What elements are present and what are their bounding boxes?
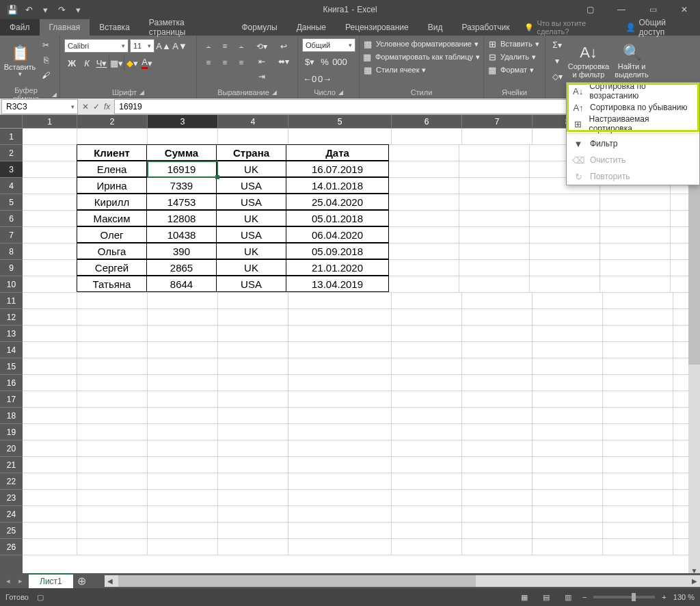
cell-r12c5[interactable] [288, 309, 392, 325]
cell-r26c2[interactable] [77, 539, 148, 555]
cell-r7c5[interactable]: 06.04.2020 [286, 226, 389, 243]
cell-r1c6[interactable] [392, 129, 462, 144]
save-button[interactable]: 💾 [4, 1, 21, 18]
cell-r10c1[interactable] [23, 276, 77, 292]
qat-dropdown[interactable]: ▾ [37, 1, 53, 18]
cell-r22c7[interactable] [462, 473, 533, 489]
cell-r7c1[interactable] [23, 227, 77, 243]
cell-r13c1[interactable] [23, 326, 77, 341]
cell-r18c3[interactable] [148, 408, 218, 423]
cell-r21c1[interactable] [23, 457, 77, 473]
cell-r13c7[interactable] [462, 326, 533, 341]
fx-icon[interactable]: fx [104, 102, 110, 111]
cell-r5c5[interactable]: 25.04.2020 [286, 194, 389, 210]
underline-button[interactable]: Ч▾ [94, 55, 109, 70]
cell-r20c6[interactable] [392, 440, 462, 456]
cell-r22c4[interactable] [218, 473, 288, 489]
cell-r23c9[interactable] [603, 490, 673, 505]
cell-r8c3[interactable]: 390 [146, 243, 217, 259]
sort-filter-button[interactable]: A↓ Сортировка и фильтр [566, 37, 611, 86]
cell-r23c1[interactable] [23, 490, 77, 505]
cell-r24c9[interactable] [603, 506, 673, 522]
conditional-formatting-button[interactable]: ▦Условное форматирование▾ [362, 38, 480, 49]
cell-r8c2[interactable]: Ольга [77, 243, 147, 259]
cell-r14c4[interactable] [218, 342, 288, 358]
cancel-formula-icon[interactable]: ✕ [82, 102, 89, 111]
format-cells-button[interactable]: ▦Формат▾ [487, 64, 541, 75]
cell-r17c1[interactable] [23, 391, 77, 407]
cell-r18c6[interactable] [392, 408, 462, 423]
cell-r10c7[interactable] [459, 276, 530, 292]
border-button[interactable]: ▦▾ [109, 55, 124, 70]
page-layout-view-button[interactable]: ▤ [539, 591, 554, 603]
cell-r7c3[interactable]: 10438 [146, 226, 217, 243]
cell-r7c2[interactable]: Олег [77, 226, 147, 243]
cell-r14c8[interactable] [533, 342, 603, 358]
scroll-left-button[interactable]: ◀ [105, 575, 116, 587]
row-header-5[interactable]: 5 [0, 194, 23, 211]
tab-home[interactable]: Главная [40, 19, 90, 36]
cell-r6c5[interactable]: 05.01.2018 [286, 210, 389, 226]
cell-r1c4[interactable] [218, 129, 288, 144]
row-header-8[interactable]: 8 [0, 243, 23, 260]
cell-r23c5[interactable] [288, 490, 392, 505]
cell-styles-button[interactable]: ▦Стили ячеек▾ [362, 64, 480, 75]
italic-button[interactable]: К [79, 55, 94, 70]
qat-customize[interactable]: ▾ [70, 1, 86, 18]
cell-r10c9[interactable] [600, 276, 671, 292]
cells-area[interactable]: КлиентСуммаСтранаДатаЕлена16919UK16.07.2… [23, 129, 688, 577]
select-all-corner[interactable] [0, 115, 23, 129]
row-header-26[interactable]: 26 [0, 539, 23, 555]
cell-r12c6[interactable] [392, 309, 462, 325]
cell-r22c5[interactable] [288, 473, 392, 489]
fill-button[interactable]: ▾ [550, 54, 565, 68]
cell-r15c8[interactable] [533, 358, 603, 374]
cell-r19c9[interactable] [603, 424, 673, 440]
cell-r22c1[interactable] [23, 473, 77, 489]
comma-button[interactable]: 000 [332, 54, 347, 69]
cell-r25c2[interactable] [77, 523, 148, 538]
cell-r8c6[interactable] [389, 243, 459, 259]
cell-r6c7[interactable] [459, 211, 530, 226]
cell-r20c7[interactable] [462, 440, 533, 456]
cell-r16c8[interactable] [533, 375, 603, 391]
cell-r6c2[interactable]: Максим [77, 210, 147, 226]
row-header-21[interactable]: 21 [0, 457, 23, 473]
cell-r16c6[interactable] [392, 375, 462, 391]
cell-r11c2[interactable] [77, 293, 148, 308]
cell-r23c3[interactable] [148, 490, 218, 505]
cell-r14c7[interactable] [462, 342, 533, 358]
zoom-in-button[interactable]: + [662, 593, 666, 601]
cell-r26c8[interactable] [533, 539, 603, 555]
cell-r13c3[interactable] [148, 326, 218, 341]
tab-view[interactable]: Вид [418, 19, 453, 36]
cell-r22c3[interactable] [148, 473, 218, 489]
cell-r5c9[interactable] [600, 194, 671, 210]
cell-r13c6[interactable] [392, 326, 462, 341]
find-select-button[interactable]: 🔍 Найти и выделить [611, 37, 652, 86]
cell-r11c7[interactable] [462, 293, 533, 308]
cell-r14c2[interactable] [77, 342, 148, 358]
horizontal-scrollbar[interactable]: ◀ ▶ [105, 575, 700, 587]
row-header-20[interactable]: 20 [0, 440, 23, 457]
col-header-6[interactable]: 6 [392, 115, 462, 128]
sheet-nav-first[interactable]: ◂ [3, 577, 14, 585]
cell-r23c8[interactable] [533, 490, 603, 505]
cell-r11c9[interactable] [603, 293, 673, 308]
cell-r17c3[interactable] [148, 391, 218, 407]
cell-r4c2[interactable]: Ирина [77, 177, 147, 194]
normal-view-button[interactable]: ▦ [517, 591, 532, 603]
cell-r16c5[interactable] [288, 375, 392, 391]
cell-r17c8[interactable] [533, 391, 603, 407]
tell-me-search[interactable]: 💡 Что вы хотите сделать? [524, 19, 619, 36]
fill-color-button[interactable]: ◆▾ [124, 55, 139, 70]
cell-r23c2[interactable] [77, 490, 148, 505]
cell-r6c4[interactable]: UK [216, 210, 286, 226]
cell-r8c1[interactable] [23, 243, 77, 259]
cell-r3c5[interactable]: 16.07.2019 [286, 161, 389, 177]
align-top-button[interactable]: ⫠ [201, 38, 216, 53]
increase-decimal-button[interactable]: ←0 [302, 71, 317, 86]
cell-r19c7[interactable] [462, 424, 533, 440]
font-color-button[interactable]: A▾ [139, 55, 154, 70]
row-header-2[interactable]: 2 [0, 145, 23, 161]
